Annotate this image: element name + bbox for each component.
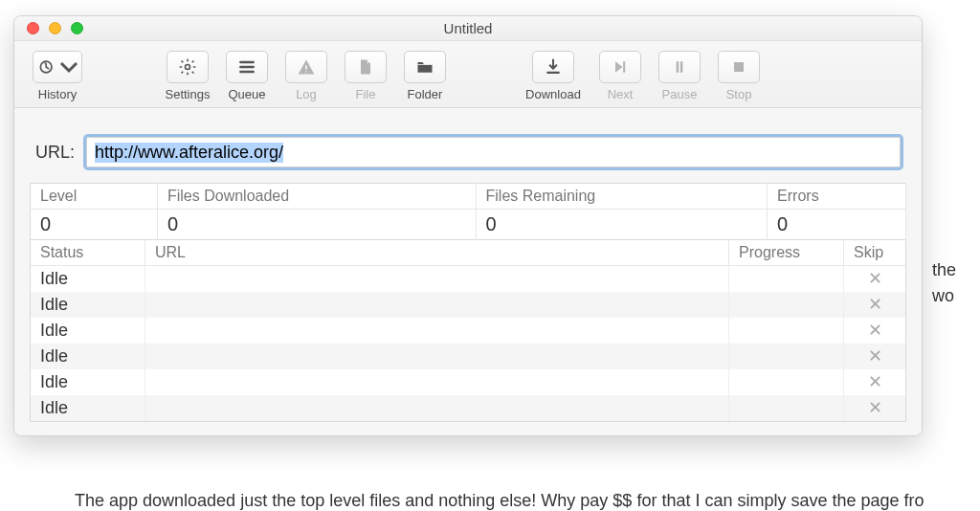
queue-row[interactable]: Idle✕ bbox=[31, 318, 905, 344]
background-text: The app downloaded just the top level fi… bbox=[75, 488, 924, 511]
queue-row[interactable]: Idle✕ bbox=[31, 344, 905, 369]
queue-row[interactable]: Idle✕ bbox=[31, 369, 905, 395]
history-label: History bbox=[38, 87, 77, 101]
svg-rect-3 bbox=[734, 62, 744, 72]
file-label: File bbox=[356, 87, 376, 101]
titlebar[interactable]: Untitled bbox=[14, 16, 922, 41]
file-icon bbox=[356, 57, 375, 77]
next-label: Next bbox=[608, 87, 634, 101]
stats-value-files-downloaded: 0 bbox=[157, 210, 476, 240]
svg-point-2 bbox=[305, 71, 307, 73]
queue-row[interactable]: Idle✕ bbox=[31, 395, 905, 421]
svg-point-1 bbox=[186, 65, 190, 70]
queue-cell-skip: ✕ bbox=[844, 266, 905, 292]
queue-cell-progress bbox=[729, 395, 844, 421]
history-button[interactable] bbox=[33, 51, 82, 83]
pause-tool: Pause bbox=[650, 51, 709, 101]
queue-cell-progress bbox=[729, 344, 844, 369]
download-tool: Download bbox=[516, 51, 590, 101]
log-tool: Log bbox=[277, 51, 336, 101]
skip-icon[interactable]: ✕ bbox=[868, 269, 882, 288]
stop-button[interactable] bbox=[718, 51, 760, 83]
queue-cell-url bbox=[145, 395, 729, 421]
pause-icon bbox=[670, 57, 689, 77]
settings-label: Settings bbox=[166, 87, 211, 101]
url-label: URL: bbox=[35, 143, 75, 163]
queue-tool: Queue bbox=[217, 51, 277, 101]
skip-icon[interactable]: ✕ bbox=[868, 346, 882, 366]
queue-row[interactable]: Idle✕ bbox=[31, 266, 905, 292]
queue-header-url[interactable]: URL bbox=[145, 240, 729, 266]
queue-cell-progress bbox=[729, 266, 844, 292]
log-button[interactable] bbox=[285, 51, 327, 83]
queue-header-status[interactable]: Status bbox=[31, 240, 145, 266]
queue-cell-skip: ✕ bbox=[844, 344, 905, 369]
background-text: the bbox=[932, 257, 956, 283]
queue-cell-progress bbox=[729, 318, 844, 344]
next-button[interactable] bbox=[599, 51, 641, 83]
content-area: URL: Level Files Downloaded Files Remain… bbox=[14, 108, 922, 435]
stop-icon bbox=[729, 57, 748, 77]
queue-cell-status: Idle bbox=[31, 266, 145, 292]
queue-cell-skip: ✕ bbox=[844, 369, 905, 395]
queue-cell-status: Idle bbox=[31, 292, 145, 318]
queue-body: Idle✕Idle✕Idle✕Idle✕Idle✕Idle✕ bbox=[31, 266, 905, 421]
queue-cell-status: Idle bbox=[31, 369, 145, 395]
warning-icon bbox=[297, 57, 316, 77]
history-tool: History bbox=[28, 51, 87, 101]
window-title: Untitled bbox=[14, 20, 922, 36]
next-tool: Next bbox=[590, 51, 650, 101]
file-tool: File bbox=[336, 51, 395, 101]
stats-value-row: 0 0 0 0 bbox=[31, 210, 906, 240]
download-label: Download bbox=[525, 87, 581, 101]
stop-label: Stop bbox=[726, 87, 752, 101]
queue-cell-url bbox=[145, 318, 729, 344]
stop-tool: Stop bbox=[709, 51, 768, 101]
skip-icon[interactable]: ✕ bbox=[868, 398, 882, 417]
pause-label: Pause bbox=[662, 87, 698, 101]
queue-header-progress[interactable]: Progress bbox=[729, 240, 844, 266]
file-button[interactable] bbox=[345, 51, 387, 83]
queue-header-row: Status URL Progress Skip bbox=[31, 240, 905, 266]
skip-icon[interactable]: ✕ bbox=[868, 295, 882, 314]
queue-cell-progress bbox=[729, 292, 844, 318]
queue-cell-status: Idle bbox=[31, 344, 145, 369]
toolbar: History Settings Queue Log File bbox=[14, 41, 922, 108]
pause-button[interactable] bbox=[658, 51, 701, 83]
queue-cell-url bbox=[145, 292, 729, 318]
stats-value-files-remaining: 0 bbox=[476, 210, 768, 240]
folder-icon bbox=[415, 57, 434, 77]
chevron-down-icon bbox=[59, 57, 78, 77]
skip-icon[interactable]: ✕ bbox=[868, 321, 882, 340]
log-label: Log bbox=[296, 87, 317, 101]
history-icon bbox=[37, 57, 56, 77]
queue-cell-skip: ✕ bbox=[844, 395, 905, 421]
queue-header-skip[interactable]: Skip bbox=[844, 240, 905, 266]
queue-cell-url bbox=[145, 369, 729, 395]
stats-header-files-downloaded: Files Downloaded bbox=[157, 184, 476, 210]
background-text: wo bbox=[932, 283, 954, 309]
settings-button[interactable] bbox=[167, 51, 209, 83]
url-row: URL: bbox=[35, 137, 901, 167]
download-button[interactable] bbox=[532, 51, 574, 83]
stats-table: Level Files Downloaded Files Remaining E… bbox=[30, 183, 906, 240]
queue-row[interactable]: Idle✕ bbox=[31, 292, 905, 318]
queue-cell-skip: ✕ bbox=[844, 292, 905, 318]
queue-cell-status: Idle bbox=[31, 318, 145, 344]
download-icon bbox=[544, 57, 563, 77]
queue-cell-skip: ✕ bbox=[844, 318, 905, 344]
queue-table: Status URL Progress Skip Idle✕Idle✕Idle✕… bbox=[30, 240, 906, 422]
folder-button[interactable] bbox=[404, 51, 446, 83]
list-icon bbox=[237, 57, 256, 77]
queue-cell-progress bbox=[729, 369, 844, 395]
queue-label: Queue bbox=[228, 87, 265, 101]
stats-header-errors: Errors bbox=[768, 184, 906, 210]
next-icon bbox=[611, 57, 630, 77]
stats-value-level: 0 bbox=[31, 210, 158, 240]
queue-button[interactable] bbox=[226, 51, 268, 83]
skip-icon[interactable]: ✕ bbox=[868, 372, 882, 391]
gear-icon bbox=[178, 57, 197, 77]
stats-header-row: Level Files Downloaded Files Remaining E… bbox=[31, 184, 906, 210]
url-input[interactable] bbox=[86, 137, 901, 167]
queue-cell-status: Idle bbox=[31, 395, 145, 421]
